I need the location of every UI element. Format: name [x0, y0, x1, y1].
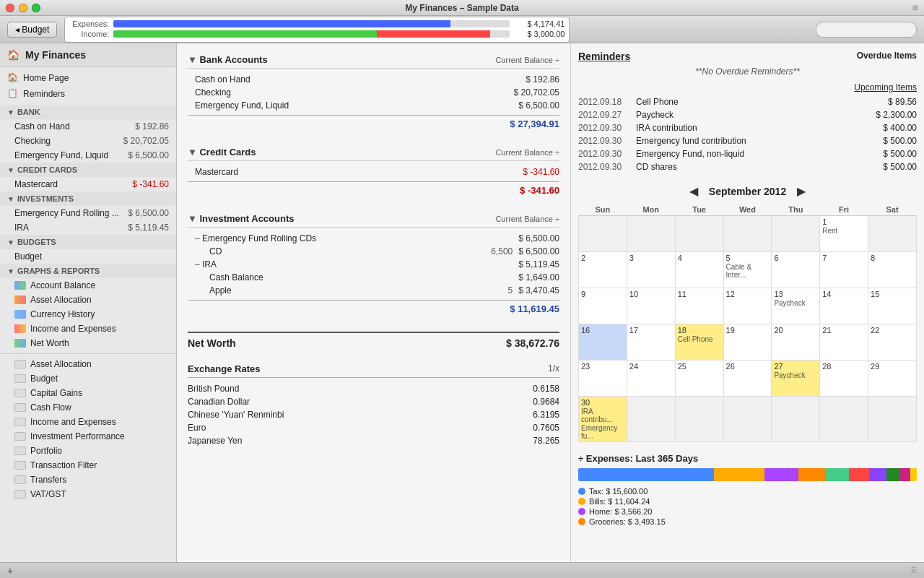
calendar-day-2-5[interactable]: 14 [820, 288, 868, 324]
bank-accounts-balance-header[interactable]: Current Balance ÷ [495, 56, 559, 64]
reminder-row-4[interactable]: 2012.09.30 Emergency Fund, non-liquid $ … [578, 147, 917, 160]
maximize-button[interactable] [32, 4, 40, 12]
sidebar-item-mastercard[interactable]: Mastercard $ -341.60 [0, 177, 176, 191]
sidebar-item-budget[interactable]: Budget [0, 249, 176, 264]
inv-row-ira[interactable]: – IRA $ 5,119.45 [188, 258, 559, 271]
calendar-day-2-0[interactable]: 9 [579, 288, 627, 324]
inv-row-apple[interactable]: Apple 5 $ 3,470.45 [188, 284, 559, 297]
bank-row-checking[interactable]: Checking $ 20,702.05 [188, 86, 559, 99]
reminder-row-0[interactable]: 2012.09.18 Cell Phone $ 89.56 [578, 95, 917, 108]
reminder-row-2[interactable]: 2012.09.30 IRA contribution $ 400.00 [578, 121, 917, 134]
calendar-day-4-3[interactable]: 26 [723, 361, 772, 397]
sidebar-item-asset-allocation[interactable]: Asset Allocation [0, 293, 176, 307]
sidebar-item-report-cash-flow[interactable]: Cash Flow [0, 400, 176, 415]
calendar-day-3-2[interactable]: 18Cell Phone [675, 324, 723, 361]
resize-handle[interactable]: ⠿ [910, 566, 917, 576]
sidebar-item-report-vat-gst[interactable]: VAT/GST [0, 487, 176, 501]
sidebar-section-graphs[interactable]: ▼ GRAPHS & REPORTS [0, 264, 176, 278]
sidebar-item-emergency-rolling[interactable]: Emergency Fund Rolling ... $ 6,500.00 [0, 206, 176, 220]
legend-label-bills: Bills: $ 11,604.24 [589, 497, 650, 506]
calendar-day-2-2[interactable]: 11 [675, 288, 723, 324]
sidebar-item-net-worth[interactable]: Net Worth [0, 336, 176, 350]
upcoming-items-header: Upcoming Items [578, 82, 917, 92]
sidebar-item-income-expenses[interactable]: Income and Expenses [0, 322, 176, 336]
sidebar-item-checking[interactable]: Checking $ 20,702.05 [0, 134, 176, 148]
exchange-row-cad[interactable]: Canadian Dollar 0.9684 [188, 395, 559, 408]
calendar-day-2-4[interactable]: 13Paycheck [772, 288, 820, 324]
sidebar-item-report-budget[interactable]: Budget [0, 371, 176, 386]
exchange-row-eur[interactable]: Euro 0.7605 [188, 421, 559, 434]
sidebar-item-report-portfolio[interactable]: Portfolio [0, 444, 176, 458]
calendar-day-1-2[interactable]: 4 [675, 252, 723, 288]
calendar-day-3-0[interactable]: 16 [579, 324, 627, 361]
calendar-day-2-3[interactable]: 12 [723, 288, 772, 324]
calendar-day-2-1[interactable]: 10 [627, 288, 675, 324]
calendar-day-4-1[interactable]: 24 [627, 361, 675, 397]
exchange-row-cny[interactable]: Chinese 'Yuan' Renminbi 6.3195 [188, 408, 559, 421]
sidebar-section-investments[interactable]: ▼ INVESTMENTS [0, 191, 176, 206]
calendar-day-5-0[interactable]: 30IRA contribu...Emergency fu... [579, 397, 627, 442]
sidebar-item-report-capital-gains[interactable]: Capital Gains [0, 386, 176, 400]
investment-total-value: $ 11,619.45 [510, 303, 559, 314]
calendar-day-3-4[interactable]: 20 [772, 324, 820, 361]
credit-cards-balance-header[interactable]: Current Balance ÷ [495, 148, 559, 157]
exchange-inverse: 1/x [548, 363, 559, 374]
calendar-day-1-1[interactable]: 3 [627, 252, 675, 288]
calendar-day-3-3[interactable]: 19 [723, 324, 772, 361]
calendar-day-3-5[interactable]: 21 [820, 324, 868, 361]
calendar-day-1-0[interactable]: 2 [579, 252, 627, 288]
search-input[interactable] [816, 22, 917, 38]
sidebar-item-emergency-liquid[interactable]: Emergency Fund, Liquid $ 6,500.00 [0, 148, 176, 163]
sidebar-item-homepage[interactable]: 🏠 Home Page [0, 70, 176, 86]
graphs-section-label: GRAPHS & REPORTS [17, 267, 100, 275]
sidebar-section-credit-cards[interactable]: ▼ CREDIT CARDS [0, 163, 176, 177]
investment-balance-header[interactable]: Current Balance ÷ [495, 215, 559, 223]
calendar-day-3-6[interactable]: 22 [868, 324, 917, 361]
inv-row-cd[interactable]: CD 6,500 $ 6,500.00 [188, 245, 559, 258]
exchange-row-jpy[interactable]: Japanese Yen 78.265 [188, 434, 559, 447]
calendar-day-4-6[interactable]: 29 [868, 361, 917, 397]
minimize-button[interactable] [19, 4, 27, 12]
calendar-day-3-1[interactable]: 17 [627, 324, 675, 361]
calendar-day-4-4[interactable]: 27Paycheck [772, 361, 820, 397]
calendar-day-2-6[interactable]: 15 [868, 288, 917, 324]
reminder-row-5[interactable]: 2012.09.30 CD shares $ 500.00 [578, 160, 917, 173]
inv-row-cash-balance[interactable]: Cash Balance $ 1,649.00 [188, 271, 559, 284]
sidebar-item-report-asset-allocation[interactable]: Asset Allocation [0, 357, 176, 371]
calendar-day-4-2[interactable]: 25 [675, 361, 723, 397]
reminder-row-3[interactable]: 2012.09.30 Emergency fund contribution $… [578, 134, 917, 147]
calendar-day-1-5[interactable]: 7 [820, 252, 868, 288]
sidebar-section-bank[interactable]: ▼ BANK [0, 105, 176, 119]
sidebar-item-report-transfers[interactable]: Transfers [0, 473, 176, 487]
calendar-day-4-0[interactable]: 23 [579, 361, 627, 397]
calendar-day-1-3[interactable]: 5Cable & Inter... [723, 252, 772, 288]
bank-section-label: BANK [17, 108, 40, 116]
calendar-week-1: 2345Cable & Inter...678 [579, 252, 917, 288]
sidebar-item-report-investment-performance[interactable]: Investment Performance [0, 429, 176, 444]
bank-row-emergency[interactable]: Emergency Fund, Liquid $ 6,500.00 [188, 99, 559, 112]
sidebar-section-budgets[interactable]: ▼ BUDGETS [0, 235, 176, 249]
calendar-day-4-5[interactable]: 28 [820, 361, 868, 397]
sidebar-item-currency-history[interactable]: Currency History [0, 307, 176, 322]
sidebar-item-report-transaction-filter[interactable]: Transaction Filter [0, 458, 176, 473]
close-button[interactable] [6, 4, 14, 12]
sidebar-item-report-income-expenses[interactable]: Income and Expenses [0, 415, 176, 429]
cc-row-mastercard[interactable]: Mastercard $ -341.60 [188, 165, 559, 178]
calendar-day-0-5[interactable]: 1Rent [820, 216, 868, 252]
reminders-title: Reminders [578, 51, 857, 62]
bank-row-cash[interactable]: Cash on Hand $ 192.86 [188, 73, 559, 86]
budget-button[interactable]: ◂ Budget [7, 22, 57, 38]
inv-row-emergency[interactable]: – Emergency Fund Rolling CDs $ 6,500.00 [188, 232, 559, 245]
sidebar-item-reminders[interactable]: 📋 Reminders [0, 86, 176, 102]
sidebar-item-account-balance[interactable]: Account Balance [0, 278, 176, 293]
sidebar-item-cash-on-hand[interactable]: Cash on Hand $ 192.86 [0, 119, 176, 134]
calendar-next-button[interactable]: ▶ [786, 184, 816, 198]
exchange-row-gbp[interactable]: British Pound 0.6158 [188, 382, 559, 395]
reminder-row-1[interactable]: 2012.09.27 Paycheck $ 2,300.00 [578, 108, 917, 121]
calendar-day-1-6[interactable]: 8 [868, 252, 917, 288]
bank-total-value: $ 27,394.91 [510, 118, 559, 129]
sidebar-item-ira[interactable]: IRA $ 5,119.45 [0, 220, 176, 235]
calendar-prev-button[interactable]: ◀ [679, 184, 709, 198]
calendar-day-1-4[interactable]: 6 [772, 252, 820, 288]
add-button[interactable]: + [7, 565, 13, 577]
